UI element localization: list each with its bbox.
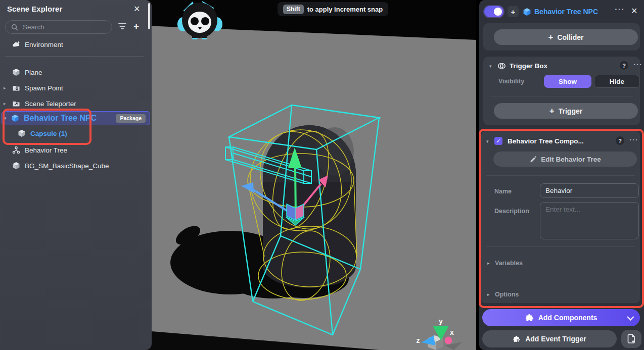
- shift-keycap: Shift: [283, 5, 304, 14]
- chevron-right-icon[interactable]: ▸: [487, 261, 490, 266]
- tree-item-plane[interactable]: Plane: [0, 67, 151, 78]
- cube-icon: [12, 162, 20, 170]
- chevron-right-icon[interactable]: ▸: [4, 85, 6, 90]
- trigger-box-card: ▾ Trigger Box ? ··· Visibility Show Hide…: [483, 57, 640, 125]
- chevron-down-icon[interactable]: [627, 314, 634, 321]
- add-collider-button[interactable]: + Collider: [494, 29, 638, 45]
- add-components-button[interactable]: Add Components: [482, 309, 640, 326]
- cube-icon: [12, 68, 20, 76]
- cube-icon: [18, 129, 26, 137]
- paste-component-button[interactable]: [621, 330, 641, 348]
- close-icon[interactable]: ✕: [133, 4, 140, 14]
- tree-item-bg-cube[interactable]: BG_SM_BasicShape_Cube: [0, 160, 151, 171]
- toggle-knob: [494, 8, 502, 16]
- axis-label-x: x: [450, 328, 454, 336]
- add-event-trigger-button[interactable]: Add Event Trigger: [482, 330, 617, 347]
- puzzle-icon: [525, 314, 534, 322]
- axis-label-y: y: [439, 317, 443, 325]
- name-label: Name: [494, 188, 512, 195]
- divider: [486, 175, 635, 176]
- help-icon[interactable]: ?: [620, 61, 628, 70]
- tree-item-label: Behavior Tree NPC: [24, 114, 97, 123]
- viewport-3d-canvas[interactable]: y z x: [147, 0, 476, 350]
- panel-title: Scene Explorer: [7, 5, 62, 13]
- tree-item-label: Plane: [25, 69, 42, 76]
- cube-icon-blue: [11, 114, 19, 122]
- component-enabled-checkbox[interactable]: ✓: [494, 137, 502, 145]
- chevron-down-icon[interactable]: ▾: [486, 139, 489, 144]
- package-badge: Package: [116, 114, 146, 123]
- document-add-icon: [627, 334, 636, 344]
- description-label: Description: [494, 208, 529, 215]
- tree-item-label: BG_SM_BasicShape_Cube: [25, 162, 109, 170]
- teleporter-icon: [12, 99, 20, 108]
- search-input[interactable]: [22, 23, 89, 31]
- active-toggle[interactable]: [484, 6, 503, 17]
- edit-behavior-tree-button[interactable]: Edit Behavior Tree: [493, 152, 637, 167]
- gizmo-axis-x-cone[interactable]: [445, 337, 452, 344]
- axis-label-z: z: [417, 336, 420, 344]
- event-trigger-icon: [513, 335, 521, 343]
- scrollbar-thumb[interactable]: [148, 3, 150, 29]
- chevron-right-icon[interactable]: ▸: [487, 292, 490, 297]
- section-title: Behavior Tree Compo...: [508, 137, 584, 145]
- chevron-down-icon[interactable]: ▾: [4, 116, 7, 121]
- more-icon[interactable]: ···: [615, 5, 625, 15]
- add-object-button[interactable]: +: [133, 21, 139, 32]
- tree-item-label: Scene Teleporter: [25, 100, 76, 108]
- visibility-hide-button[interactable]: Hide: [594, 75, 640, 88]
- tree-item-environment[interactable]: Environment: [0, 39, 151, 50]
- plus-icon: +: [549, 106, 555, 116]
- tree-item-label: Capsule (1): [30, 130, 67, 137]
- tooltip-text: to apply increment snap: [307, 6, 383, 13]
- tree-item-spawn-point[interactable]: ▸ Spawn Point: [0, 82, 151, 93]
- divider: [5, 56, 144, 57]
- tree-item-label: Spawn Point: [25, 84, 63, 92]
- close-icon[interactable]: ✕: [631, 6, 637, 16]
- header-plus-button[interactable]: +: [508, 6, 519, 17]
- more-icon[interactable]: ···: [633, 60, 642, 69]
- snap-tooltip: Shift to apply increment snap: [278, 2, 388, 16]
- collider-card: + Collider: [483, 23, 640, 51]
- visibility-show-button[interactable]: Show: [544, 75, 591, 88]
- divider: [486, 278, 635, 278]
- help-icon[interactable]: ?: [616, 136, 624, 145]
- behavior-tree-icon: [12, 146, 20, 154]
- add-trigger-button[interactable]: + Trigger: [494, 103, 638, 119]
- filter-icon[interactable]: [118, 23, 127, 30]
- divider: [490, 96, 633, 96]
- plus-icon: +: [548, 32, 553, 42]
- scene-explorer-panel: Scene Explorer ✕ + Environment: [0, 0, 152, 350]
- divider: [486, 246, 635, 247]
- pencil-icon: [529, 156, 537, 163]
- more-icon[interactable]: ···: [629, 135, 638, 144]
- cube-icon-blue: [523, 8, 531, 16]
- name-input[interactable]: [540, 183, 639, 198]
- options-section-header[interactable]: Options: [495, 291, 519, 298]
- variables-section-header[interactable]: Variables: [495, 260, 523, 267]
- inspector-title: Behavior Tree NPC: [534, 8, 598, 16]
- chevron-down-icon[interactable]: ▾: [489, 64, 492, 69]
- tree-item-capsule[interactable]: Capsule (1): [0, 128, 151, 139]
- environment-icon: [12, 40, 20, 48]
- spawn-point-icon: [12, 84, 20, 92]
- search-icon: [11, 24, 18, 31]
- search-box[interactable]: [5, 20, 112, 34]
- section-title: Trigger Box: [510, 62, 547, 70]
- tree-item-label: Environment: [25, 41, 63, 48]
- button-divider: [621, 313, 621, 322]
- tree-item-behavior-tree-npc[interactable]: ▾ Behavior Tree NPC Package: [2, 111, 150, 125]
- tree-item-label: Behavior Tree: [25, 146, 67, 154]
- chevron-right-icon[interactable]: ▸: [4, 101, 6, 106]
- behavior-tree-component-card: ▾ ✓ Behavior Tree Compo... ? ··· Edit Be…: [481, 131, 640, 303]
- tree-item-scene-teleporter[interactable]: ▸ Scene Teleporter: [0, 98, 151, 109]
- trigger-box-icon: [497, 62, 506, 70]
- visibility-label: Visibility: [498, 78, 524, 85]
- tree-item-behavior-tree[interactable]: Behavior Tree: [0, 144, 151, 156]
- description-input[interactable]: [540, 202, 639, 239]
- app-window: y z x Shift to apply increment snap Scen…: [0, 0, 644, 350]
